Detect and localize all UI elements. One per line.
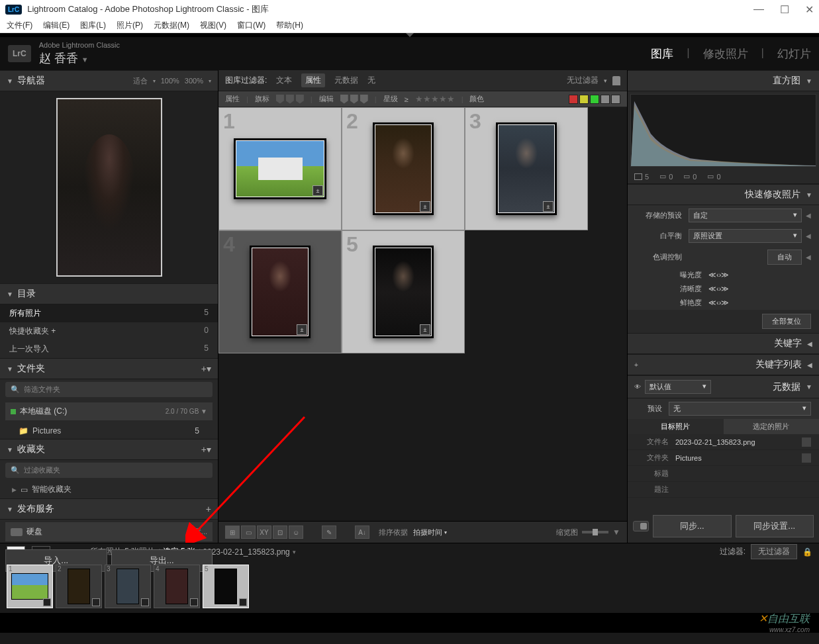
menu-library[interactable]: 图库(L)	[80, 20, 106, 31]
reset-all-button[interactable]: 全部复位	[762, 314, 811, 329]
grid-cell-1[interactable]: 1 ±	[218, 107, 342, 230]
menu-view[interactable]: 视图(V)	[200, 20, 226, 31]
filmstrip-cell-1[interactable]: 1	[7, 565, 53, 608]
filter-attribute[interactable]: 属性	[301, 73, 325, 87]
sync-settings-button[interactable]: 同步设置...	[736, 515, 814, 537]
autosync-toggle[interactable]	[633, 521, 649, 531]
add-folder-icon[interactable]: +▾	[201, 363, 211, 374]
folders-header[interactable]: ▼ 文件夹 +▾	[0, 358, 218, 379]
disk-row[interactable]: 本地磁盘 (C:) 2.0 / 70 GB ▼	[5, 402, 213, 420]
nav-100[interactable]: 100%	[161, 77, 179, 85]
filter-preset[interactable]: 无过滤器	[567, 75, 599, 86]
navigator-header[interactable]: ▼ 导航器 适合▾ 100% 300%▾	[0, 70, 218, 91]
collection-search-input[interactable]: 🔍 过滤收藏夹	[5, 463, 213, 478]
add-publish-icon[interactable]: +	[206, 504, 211, 514]
sync-button[interactable]: 同步...	[653, 515, 732, 537]
minimize-button[interactable]: —	[753, 3, 764, 16]
clarity-steppers[interactable]: ≪‹›≫	[708, 285, 729, 293]
rating-stars[interactable]: ★★★★★	[415, 94, 455, 104]
goto-icon[interactable]	[802, 453, 811, 463]
expand-icon[interactable]: ◀	[806, 232, 811, 240]
toolbar-menu-icon[interactable]: ▼	[612, 528, 620, 537]
folder-search-input[interactable]: 🔍 筛选文件夹	[5, 382, 213, 397]
quickdev-header[interactable]: 快速修改照片 ▼	[628, 184, 819, 205]
module-library[interactable]: 图库	[651, 46, 673, 62]
filter-lock-icon[interactable]: 🔒	[802, 547, 812, 557]
metadata-mode-dropdown[interactable]: 默认值▾	[645, 380, 711, 394]
filmstrip-cell-3[interactable]: 3	[105, 565, 151, 608]
people-view-button[interactable]: ☺	[289, 526, 303, 539]
edit-icon[interactable]	[802, 437, 811, 447]
identity-plate[interactable]: 赵 香香 ▼	[39, 50, 120, 66]
flag-filter-icons[interactable]	[276, 95, 304, 104]
survey-view-button[interactable]: ⊡	[273, 526, 287, 539]
grid-cell-4[interactable]: 4 ±	[218, 230, 342, 353]
menu-file[interactable]: 文件(F)	[7, 20, 32, 31]
wb-dropdown[interactable]: 原照设置▾	[689, 229, 802, 243]
folder-value[interactable]: Pictures	[675, 454, 802, 462]
auto-tone-button[interactable]: 自动	[767, 250, 802, 265]
metadata-header[interactable]: 👁 默认值▾ 元数据 ▼	[628, 375, 819, 398]
rating-comparator[interactable]: ≥	[405, 95, 409, 103]
sort-dropdown[interactable]: 拍摄时间▾	[413, 528, 447, 537]
keywords-header[interactable]: 关键字 ◀	[628, 333, 819, 354]
compare-view-button[interactable]: XY	[257, 526, 271, 539]
filter-metadata[interactable]: 元数据	[334, 75, 358, 86]
publish-harddrive[interactable]: 硬盘 设置...	[5, 522, 213, 541]
menu-window[interactable]: 窗口(W)	[237, 20, 265, 31]
meta-tab-target[interactable]: 目标照片	[628, 419, 724, 434]
add-collection-icon[interactable]: +▾	[201, 444, 211, 455]
fs-filter-dropdown[interactable]: 无过滤器	[751, 544, 797, 559]
publish-setup-link[interactable]: 设置...	[187, 527, 207, 537]
grid-cell-2[interactable]: 2 ±	[342, 107, 465, 230]
filter-text[interactable]: 文本	[276, 75, 292, 86]
filmstrip-cell-2[interactable]: 2	[56, 565, 102, 608]
module-develop[interactable]: 修改照片	[703, 46, 748, 62]
painter-tool[interactable]: ✎	[322, 526, 336, 539]
exposure-steppers[interactable]: ≪‹›≫	[708, 271, 729, 279]
eye-icon[interactable]: 👁	[634, 383, 641, 391]
nav-300[interactable]: 300%	[185, 77, 203, 85]
smart-collections[interactable]: ▶ ▭ 智能收藏夹	[0, 481, 218, 498]
menu-photo[interactable]: 照片(P)	[117, 20, 143, 31]
loupe-view-button[interactable]: ▭	[241, 526, 256, 539]
filmstrip[interactable]: 1 2 3 4 5	[0, 560, 819, 613]
expand-icon[interactable]: ◀	[806, 212, 811, 219]
grid-cell-5[interactable]: 5 ±	[342, 230, 465, 353]
histogram[interactable]	[630, 94, 816, 167]
catalog-previous-import[interactable]: 上一次导入5	[0, 340, 218, 358]
navigator-preview[interactable]	[0, 91, 218, 283]
thumb-size-slider[interactable]	[582, 531, 608, 533]
lock-icon[interactable]	[612, 76, 620, 85]
close-button[interactable]: ✕	[805, 3, 814, 16]
catalog-all-photos[interactable]: 所有照片5	[0, 304, 218, 322]
filmstrip-cell-5[interactable]: 5	[203, 565, 249, 608]
folder-pictures[interactable]: 📁 Pictures 5	[0, 423, 218, 439]
grid-view-button[interactable]: ⊞	[225, 526, 240, 539]
expand-icon[interactable]: ◀	[806, 253, 811, 261]
filter-none[interactable]: 无	[367, 75, 375, 86]
module-slideshow[interactable]: 幻灯片	[777, 46, 811, 62]
color-label-filters[interactable]	[569, 95, 620, 104]
menu-metadata[interactable]: 元数据(M)	[154, 20, 189, 31]
thumbnail-grid[interactable]: 1 ± 2 ± 3 ± 4 ± 5 ±	[218, 107, 627, 521]
meta-tab-selected[interactable]: 选定的照片	[724, 419, 820, 434]
publish-header[interactable]: ▼ 发布服务 +	[0, 498, 218, 520]
maximize-button[interactable]: ☐	[780, 3, 789, 16]
filename-value[interactable]: 2023-02-21_135823.png	[675, 438, 802, 446]
filmstrip-cell-4[interactable]: 4	[154, 565, 200, 608]
histogram-header[interactable]: 直方图 ▼	[628, 70, 819, 91]
catalog-header[interactable]: ▼ 目录	[0, 283, 218, 304]
collections-header[interactable]: ▼ 收藏夹 +▾	[0, 439, 218, 460]
catalog-quick-collection[interactable]: 快捷收藏夹 +0	[0, 322, 218, 340]
nav-fit[interactable]: 适合	[133, 76, 148, 86]
edit-filter-icons[interactable]	[340, 95, 368, 104]
keywordlist-header[interactable]: + 关键字列表 ◀	[628, 354, 819, 375]
vibrance-steppers[interactable]: ≪‹›≫	[708, 299, 729, 307]
add-keyword-icon[interactable]: +	[634, 361, 638, 369]
menu-edit[interactable]: 编辑(E)	[43, 20, 70, 31]
menu-help[interactable]: 帮助(H)	[276, 20, 303, 31]
preset-dropdown[interactable]: 自定▾	[689, 208, 802, 222]
sort-direction-button[interactable]: A↓	[355, 526, 369, 539]
meta-preset-dropdown[interactable]: 无▾	[669, 402, 811, 416]
